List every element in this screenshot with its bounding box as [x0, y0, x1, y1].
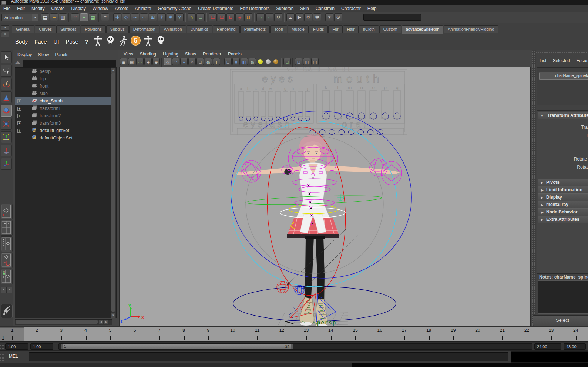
shelf-tab-muscle[interactable]: Muscle — [288, 25, 309, 33]
outliner-item-transform1[interactable]: +transform1 — [15, 105, 112, 112]
frame-9[interactable]: 9 — [196, 327, 221, 341]
open-scene-icon[interactable]: ▰ — [50, 13, 58, 21]
shelf-item-body[interactable]: Body — [12, 34, 31, 49]
layout-dropdown-b-icon[interactable]: ▼ — [7, 287, 12, 293]
viewport-menu-view[interactable]: View — [120, 50, 137, 58]
viewport-menu-shading[interactable]: Shading — [137, 50, 159, 58]
tpose-b-icon[interactable] — [142, 34, 154, 49]
drag-handle[interactable] — [0, 352, 4, 361]
new-scene-icon[interactable]: ▤ — [41, 13, 49, 21]
frame-19[interactable]: 19 — [441, 327, 466, 341]
viewport-3d-view[interactable]: Sarah eyes mouth abcdefghij klmnopq eyel… — [119, 67, 531, 326]
range-start-handle[interactable] — [61, 344, 63, 349]
lock-selection-icon[interactable]: ∩ — [188, 13, 196, 21]
construction-history-icon[interactable]: ↻ — [274, 13, 282, 21]
four-pane-layout-button[interactable] — [1, 220, 13, 236]
shelf-tab-fluids[interactable]: Fluids — [309, 25, 328, 33]
outliner-menu-show[interactable]: Show — [36, 51, 53, 58]
node-tab[interactable]: charName_spineMid_ctrl — [539, 72, 588, 80]
frame-18[interactable]: 18 — [416, 327, 441, 341]
frame-17[interactable]: 17 — [392, 327, 416, 341]
outliner-search-input[interactable] — [23, 60, 116, 67]
facial-gui-board[interactable]: Sarah eyes mouth abcdefghij klmnopq eyel… — [230, 67, 407, 135]
points-icon[interactable]: ∷ — [172, 58, 179, 65]
snap-mode-list-icon[interactable]: ≡ — [101, 13, 109, 21]
select-hierarchy-icon[interactable]: ∷ — [71, 13, 79, 21]
section-pivots[interactable]: ▶Pivots — [538, 179, 588, 186]
green-flower-control[interactable] — [338, 195, 344, 201]
xray-joints-icon[interactable]: ◫ — [303, 58, 310, 65]
lasso-tool[interactable] — [1, 65, 12, 77]
rotate-tool[interactable] — [1, 105, 12, 117]
menu-assets[interactable]: Assets — [111, 5, 131, 12]
frame-3[interactable]: 3 — [49, 327, 73, 341]
frame-8[interactable]: 8 — [171, 327, 196, 341]
shelf-tab-painteffects[interactable]: PaintEffects — [240, 25, 270, 33]
mel-label[interactable]: MEL — [9, 354, 18, 359]
section-mental-ray[interactable]: ▶mental ray — [538, 201, 588, 209]
outliner-item-front[interactable]: front — [15, 83, 112, 90]
frame-1[interactable]: 11 — [0, 327, 24, 341]
inputs-icon[interactable]: → — [256, 13, 265, 21]
show-manipulator-tool[interactable] — [1, 158, 12, 170]
title-bar[interactable]: Autodesk Maya 2013 x64: untitled* --- ch… — [0, 0, 588, 5]
section-node-behavior[interactable]: ▶Node Behavior — [538, 208, 588, 216]
shelf-item-face[interactable]: Face — [31, 34, 50, 49]
outliner-item-persp[interactable]: persp — [15, 68, 112, 75]
shelf-menu-icon[interactable]: ≡ — [1, 32, 9, 37]
select-by-name-icon[interactable]: ⊙ — [334, 13, 342, 21]
menu-edit[interactable]: Edit — [14, 5, 28, 12]
panel-drag-handle[interactable] — [532, 50, 536, 326]
textured-lights-icon[interactable]: ◍ — [249, 58, 256, 65]
section-transform-attributes[interactable]: ▼ Transform Attributes — [538, 112, 588, 119]
menu-character[interactable]: Character — [338, 5, 364, 12]
shelf-tab-subdivs[interactable]: Subdivs — [106, 25, 129, 33]
shared-display-icon[interactable]: ◰ — [311, 58, 319, 65]
render-current-frame-icon[interactable]: ▶ — [295, 13, 303, 21]
frame-10[interactable]: 10 — [221, 327, 245, 341]
gui-mouth-sliders[interactable]: klmnopq — [322, 85, 401, 119]
outliner-filter-icon[interactable]: ◢◣ — [15, 60, 20, 65]
separator[interactable] — [160, 58, 164, 67]
outliner-item-transform3[interactable]: +transform3 — [15, 119, 112, 127]
expand-toggle-icon[interactable]: + — [17, 107, 21, 111]
shelf-tab-animation[interactable]: Animation — [160, 25, 186, 33]
save-scene-icon[interactable]: ▥ — [59, 13, 67, 21]
mel-command-input[interactable] — [29, 352, 508, 361]
mask-points-icon[interactable]: ✚ — [113, 13, 121, 21]
separator[interactable] — [280, 58, 283, 67]
shelf-tab-general[interactable]: General — [12, 25, 34, 33]
time-slider[interactable]: 1123456789101112131415161718192021222324 — [0, 326, 588, 343]
menu-geometry-cache[interactable]: Geometry Cache — [155, 5, 195, 12]
ipr-render-icon[interactable]: ↺ — [304, 13, 312, 21]
viewport-menu-show[interactable]: Show — [182, 50, 199, 58]
make-live-icon[interactable]: Ω — [244, 13, 252, 21]
shelf-item-pose[interactable]: Pose — [63, 34, 82, 49]
select-component-icon[interactable]: ▦ — [89, 13, 97, 21]
frame-11[interactable]: 11 — [245, 327, 269, 341]
section-extra-attributes[interactable]: ▶Extra Attributes — [538, 216, 588, 223]
menu-create-deformers[interactable]: Create Deformers — [195, 5, 236, 12]
selected-lights-icon[interactable]: ◧ — [241, 58, 248, 65]
flat-shade-icon[interactable]: ○ — [188, 58, 196, 65]
snap-curve-icon[interactable]: Ω — [218, 13, 226, 21]
menu-skeleton[interactable]: Skeleton — [273, 5, 297, 12]
camera-attributes-icon[interactable]: ▣ — [120, 58, 127, 65]
shelf-tab-advancedskeleton[interactable]: advancedSkeleton — [402, 25, 444, 34]
menu-window[interactable]: Window — [89, 5, 112, 12]
section-display[interactable]: ▶Display — [538, 193, 588, 201]
ae-menu-selected[interactable]: Selected — [551, 57, 575, 64]
snap-point-icon[interactable]: Ω — [226, 13, 235, 21]
ae-menu-focus[interactable]: Focus — [574, 57, 588, 64]
anim-start-field[interactable]: 1.00 — [5, 343, 28, 350]
light-gray-icon[interactable] — [266, 59, 271, 64]
five-pose-icon[interactable]: 5 — [129, 34, 142, 49]
textured-icon[interactable]: ◍ — [205, 58, 212, 65]
soft-modification-tool[interactable] — [1, 145, 12, 156]
light-yellow-icon[interactable] — [258, 59, 263, 64]
layout-dropdown-a-icon[interactable]: ▼ — [1, 287, 7, 293]
frame-21[interactable]: 21 — [490, 327, 514, 341]
mask-dynamics-icon[interactable]: ✳ — [158, 13, 166, 21]
separator[interactable] — [184, 13, 187, 22]
bounding-box-icon[interactable]: □ — [196, 58, 204, 65]
